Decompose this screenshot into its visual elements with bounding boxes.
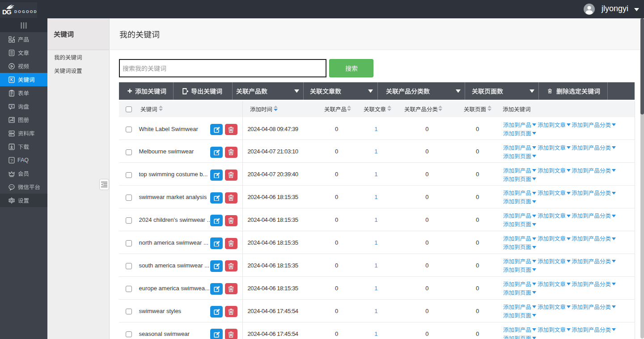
svg-text:DG: DG <box>2 8 11 16</box>
svg-text:¥: ¥ <box>10 104 13 108</box>
svg-text:DOGOOD: DOGOOD <box>14 9 37 14</box>
svg-text:?: ? <box>10 157 13 162</box>
svg-text:K: K <box>10 77 13 82</box>
